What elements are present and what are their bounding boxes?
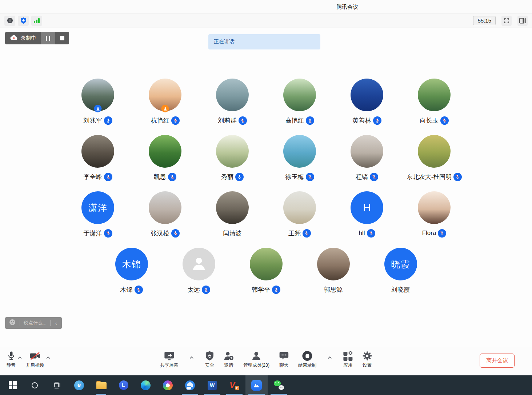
tencent-meeting-icon[interactable] (245, 375, 268, 395)
chat-quick-bar[interactable]: 说点什么... ‹ (5, 317, 62, 329)
chat-input-placeholder[interactable]: 说点什么... (24, 320, 47, 326)
share-options-caret[interactable] (188, 352, 196, 363)
share-screen-button[interactable]: 共享屏幕 (160, 350, 178, 368)
participant-name: 徐玉梅 (285, 173, 304, 181)
task-view-icon[interactable] (46, 375, 68, 395)
participant-name-row: 高艳红 (285, 116, 314, 125)
participant-tile[interactable]: 秀丽 (199, 135, 266, 181)
participant-tile[interactable]: 黄善林 (333, 79, 401, 125)
participant-name: hll (359, 230, 365, 237)
participant-name-row: 韩学平 (252, 285, 280, 294)
participant-tile[interactable]: 程镐 (333, 135, 401, 181)
participant-tile[interactable]: 凯恩 (132, 135, 199, 181)
speaking-indicator: 正在讲话: (208, 34, 320, 49)
participant-row: 潇洋于潇洋张汉松闫清波王尧HhllFlora (0, 191, 532, 238)
participant-tile[interactable]: 刘莉群 (199, 79, 266, 125)
participant-tile[interactable]: 王尧 (266, 191, 333, 238)
security-button[interactable]: 安全 (205, 350, 214, 368)
participant-name-row: 徐玉梅 (285, 172, 314, 181)
file-explorer-icon[interactable] (90, 375, 112, 395)
participant-tile[interactable]: Hhll (333, 191, 401, 238)
participant-tile[interactable]: 向长玉 (401, 79, 468, 125)
apps-grid-icon (343, 351, 353, 361)
default-person-icon (191, 255, 207, 273)
mic-muted-icon (168, 173, 176, 181)
manage-members-button[interactable]: 管理成员(23) (243, 350, 269, 368)
invite-person-icon (224, 350, 234, 361)
participant-tile[interactable]: 李全峰 (64, 135, 132, 181)
record-options-caret[interactable] (326, 352, 334, 363)
pause-recording-button[interactable] (41, 32, 55, 44)
participant-tile[interactable]: 郭思源 (300, 248, 367, 294)
participant-name-row: 刘兆军 (84, 116, 112, 125)
video-options-caret[interactable] (44, 352, 52, 363)
meeting-window: 腾讯会议 55:15 (0, 0, 532, 395)
participant-tile[interactable]: 闫清波 (199, 191, 266, 238)
participant-avatar (317, 248, 350, 280)
edge-icon[interactable] (135, 375, 157, 395)
participant-avatar (250, 248, 283, 280)
chat-collapse-icon[interactable]: ‹ (54, 320, 58, 326)
leave-meeting-button[interactable]: 离开会议 (480, 354, 515, 368)
emoji-icon[interactable] (9, 319, 16, 327)
participant-tile[interactable]: 张汉松 (132, 191, 199, 238)
avatar-initials: 木锦 (122, 258, 141, 270)
gear-icon (362, 350, 372, 361)
main-stage: 录制中 正在讲话: 刘兆军杭艳红刘莉群高艳红黄善林向长玉李全峰凯恩秀丽徐玉梅程镐… (0, 28, 532, 347)
mic-muted-icon (440, 116, 449, 125)
microphone-icon (7, 350, 16, 361)
shield-protect-icon[interactable] (18, 16, 29, 26)
participant-tile[interactable]: 杭艳红 (132, 79, 199, 125)
participant-tile[interactable]: 太远 (165, 248, 232, 294)
invite-button[interactable]: 邀请 (224, 350, 234, 368)
wechat-icon[interactable] (268, 375, 290, 395)
wps-icon[interactable]: VP (223, 375, 245, 395)
participant-name-row: 郭思源 (324, 285, 343, 294)
participant-name: 张汉松 (151, 229, 169, 238)
stop-record-icon (303, 351, 312, 361)
start-icon[interactable] (1, 375, 24, 395)
participant-name: 向长玉 (420, 116, 439, 125)
participant-avatar: 潇洋 (81, 191, 114, 224)
participant-tile[interactable]: Flora (401, 191, 468, 238)
participant-name-row: 向长玉 (420, 116, 449, 125)
mic-muted-icon (306, 116, 314, 125)
participant-tile[interactable]: 韩学平 (232, 248, 300, 294)
participant-tile[interactable]: 高艳红 (266, 79, 333, 125)
participant-tile[interactable]: 东北农大-杜国明 (401, 135, 468, 181)
participant-name: 东北农大-杜国明 (407, 173, 452, 181)
apps-button[interactable]: 应用 (343, 350, 353, 368)
network-signal-icon[interactable] (31, 16, 42, 26)
mic-muted-icon (453, 173, 462, 181)
chat-bubble-icon (279, 350, 289, 361)
cloud-record-icon (10, 35, 17, 41)
participant-tile[interactable]: 晓霞刘晓霞 (367, 248, 434, 294)
fullscreen-icon[interactable] (501, 16, 512, 26)
participant-tile[interactable]: 木锦木锦 (98, 248, 165, 294)
participant-avatar (351, 79, 383, 111)
participant-name: 高艳红 (285, 116, 304, 125)
browser-e-icon[interactable]: e (68, 375, 90, 395)
mute-options-caret[interactable] (16, 352, 24, 363)
participant-tile[interactable]: 刘兆军 (64, 79, 132, 125)
l-app-icon[interactable]: L (112, 375, 135, 395)
recording-label: 录制中 (21, 35, 36, 41)
settings-button[interactable]: 设置 (362, 350, 372, 368)
info-icon[interactable] (4, 16, 15, 26)
qq-browser-icon[interactable] (179, 375, 201, 395)
word-icon[interactable]: W (201, 375, 223, 395)
participant-tile[interactable]: 徐玉梅 (266, 135, 333, 181)
stop-record-button[interactable]: 结束录制 (298, 350, 316, 368)
participant-name: 凯恩 (154, 173, 166, 181)
participant-name-row: 黄善林 (353, 116, 381, 125)
chat-button[interactable]: 聊天 (279, 350, 289, 368)
layout-panel-icon[interactable] (517, 16, 528, 26)
start-video-button[interactable]: 开启视频 (26, 350, 44, 368)
colorful-browser-icon[interactable] (157, 375, 179, 395)
search-icon[interactable] (24, 375, 46, 395)
participant-tile[interactable]: 潇洋于潇洋 (64, 191, 132, 238)
participant-name-row: 李全峰 (84, 172, 112, 181)
stop-recording-button[interactable] (55, 32, 69, 44)
participant-avatar (216, 79, 249, 111)
mute-button[interactable]: 静音 (7, 350, 16, 368)
